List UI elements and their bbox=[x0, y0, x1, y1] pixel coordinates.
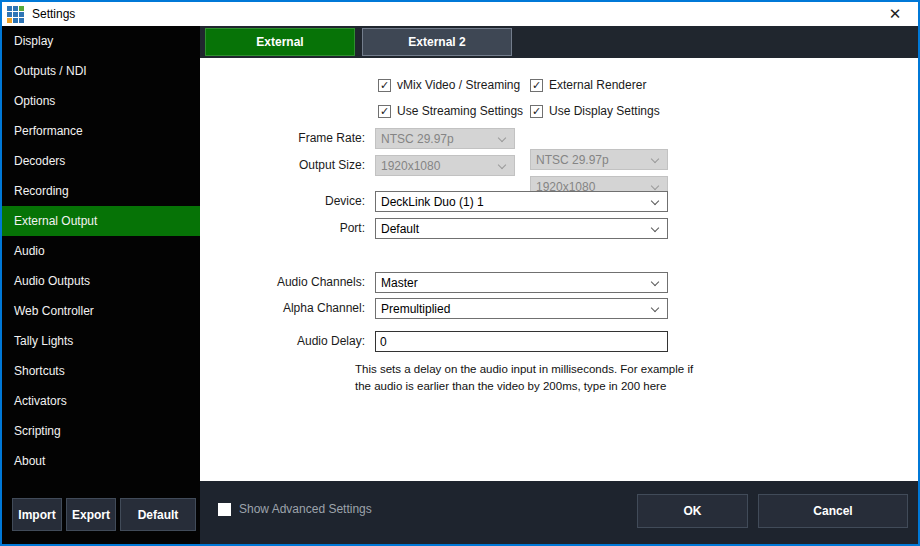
checkbox-label: External Renderer bbox=[549, 78, 646, 92]
vmix-logo-icon bbox=[7, 6, 24, 23]
show-advanced-settings-label: Show Advanced Settings bbox=[239, 502, 372, 516]
audio-channels-label: Audio Channels: bbox=[205, 275, 365, 289]
show-advanced-settings-checkbox[interactable]: Show Advanced Settings bbox=[218, 502, 372, 516]
sidebar-item-external-output[interactable]: External Output bbox=[2, 206, 200, 236]
checkbox-checked-icon[interactable]: ✓ bbox=[530, 105, 543, 118]
chevron-down-icon bbox=[498, 134, 506, 142]
sidebar-item-label: Recording bbox=[14, 184, 69, 198]
sidebar-item-label: External Output bbox=[14, 214, 97, 228]
external-output-panel: ✓ vMix Video / Streaming ✓ External Rend… bbox=[200, 58, 918, 481]
checkbox-checked-icon[interactable]: ✓ bbox=[378, 79, 391, 92]
sidebar-item-web-controller[interactable]: Web Controller bbox=[2, 296, 200, 326]
sidebar-item-label: Options bbox=[14, 94, 55, 108]
device-label: Device: bbox=[205, 194, 365, 208]
dropdown-value: DeckLink Duo (1) 1 bbox=[381, 195, 484, 209]
checkbox-checked-icon[interactable]: ✓ bbox=[378, 105, 391, 118]
tab-external-2[interactable]: External 2 bbox=[362, 28, 512, 56]
sidebar-item-options[interactable]: Options bbox=[2, 86, 200, 116]
sidebar-item-label: Scripting bbox=[14, 424, 61, 438]
dropdown-value: 1920x1080 bbox=[381, 159, 440, 173]
sidebar-item-recording[interactable]: Recording bbox=[2, 176, 200, 206]
checkbox-checked-icon[interactable]: ✓ bbox=[530, 79, 543, 92]
sidebar-item-label: Web Controller bbox=[14, 304, 94, 318]
chevron-down-icon bbox=[498, 161, 506, 169]
sidebar-item-label: Activators bbox=[14, 394, 67, 408]
checkbox-label: Use Display Settings bbox=[549, 104, 660, 118]
sidebar-item-scripting[interactable]: Scripting bbox=[2, 416, 200, 446]
sidebar-item-label: Shortcuts bbox=[14, 364, 65, 378]
sidebar-item-label: Display bbox=[14, 34, 53, 48]
chevron-down-icon bbox=[651, 197, 659, 205]
dropdown-value: Master bbox=[381, 276, 418, 290]
export-button[interactable]: Export bbox=[66, 498, 116, 531]
sidebar-item-audio[interactable]: Audio bbox=[2, 236, 200, 266]
import-button[interactable]: Import bbox=[12, 498, 62, 531]
output-size-dropdown-1[interactable]: 1920x1080 bbox=[375, 155, 515, 176]
sidebar-item-shortcuts[interactable]: Shortcuts bbox=[2, 356, 200, 386]
port-label: Port: bbox=[205, 221, 365, 235]
frame-rate-dropdown-1[interactable]: NTSC 29.97p bbox=[375, 128, 515, 149]
sidebar-item-label: Decoders bbox=[14, 154, 65, 168]
checkbox-label: vMix Video / Streaming bbox=[397, 78, 520, 92]
checkbox-label: Use Streaming Settings bbox=[397, 104, 523, 118]
frame-rate-label: Frame Rate: bbox=[205, 131, 365, 145]
default-button[interactable]: Default bbox=[120, 498, 196, 531]
sidebar-item-label: Audio Outputs bbox=[14, 274, 90, 288]
device-dropdown[interactable]: DeckLink Duo (1) 1 bbox=[375, 191, 668, 212]
sidebar-item-label: Performance bbox=[14, 124, 83, 138]
cancel-button[interactable]: Cancel bbox=[758, 494, 908, 528]
chevron-down-icon bbox=[651, 224, 659, 232]
audio-channels-dropdown[interactable]: Master bbox=[375, 272, 668, 293]
port-dropdown[interactable]: Default bbox=[375, 218, 668, 239]
sidebar-item-tally-lights[interactable]: Tally Lights bbox=[2, 326, 200, 356]
chevron-down-icon bbox=[651, 182, 659, 190]
dropdown-value: Premultiplied bbox=[381, 302, 450, 316]
output-size-label: Output Size: bbox=[205, 158, 365, 172]
tab-external[interactable]: External bbox=[205, 28, 355, 56]
sidebar-item-display[interactable]: Display bbox=[2, 26, 200, 56]
tab-strip: External External 2 bbox=[200, 26, 918, 58]
title-bar: Settings ✕ bbox=[2, 2, 918, 26]
chevron-down-icon bbox=[651, 304, 659, 312]
alpha-channel-dropdown[interactable]: Premultiplied bbox=[375, 298, 668, 319]
sidebar: Display Outputs / NDI Options Performanc… bbox=[2, 26, 200, 544]
sidebar-item-label: Audio bbox=[14, 244, 45, 258]
sidebar-item-performance[interactable]: Performance bbox=[2, 116, 200, 146]
footer-bar: Show Advanced Settings OK Cancel bbox=[200, 481, 918, 544]
sidebar-item-outputs-ndi[interactable]: Outputs / NDI bbox=[2, 56, 200, 86]
sidebar-item-activators[interactable]: Activators bbox=[2, 386, 200, 416]
audio-delay-input[interactable] bbox=[375, 331, 668, 352]
external-renderer-checkbox[interactable]: ✓ External Renderer bbox=[530, 78, 646, 92]
checkbox-unchecked-icon[interactable] bbox=[218, 503, 231, 516]
sidebar-item-label: Outputs / NDI bbox=[14, 64, 87, 78]
sidebar-item-decoders[interactable]: Decoders bbox=[2, 146, 200, 176]
sidebar-item-audio-outputs[interactable]: Audio Outputs bbox=[2, 266, 200, 296]
use-streaming-settings-checkbox[interactable]: ✓ Use Streaming Settings bbox=[378, 104, 523, 118]
audio-delay-label: Audio Delay: bbox=[205, 334, 365, 348]
sidebar-item-label: About bbox=[14, 454, 45, 468]
settings-window: Settings ✕ Display Outputs / NDI Options… bbox=[0, 0, 920, 546]
alpha-channel-label: Alpha Channel: bbox=[205, 301, 365, 315]
ok-button[interactable]: OK bbox=[637, 494, 748, 528]
window-title: Settings bbox=[32, 7, 75, 21]
dropdown-value: NTSC 29.97p bbox=[381, 132, 454, 146]
sidebar-footer: Import Export Default bbox=[12, 498, 196, 531]
vmix-video-streaming-checkbox[interactable]: ✓ vMix Video / Streaming bbox=[378, 78, 520, 92]
close-icon[interactable]: ✕ bbox=[880, 2, 910, 26]
sidebar-item-about[interactable]: About bbox=[2, 446, 200, 476]
audio-delay-help-text: This sets a delay on the audio input in … bbox=[355, 361, 700, 394]
sidebar-item-label: Tally Lights bbox=[14, 334, 73, 348]
use-display-settings-checkbox[interactable]: ✓ Use Display Settings bbox=[530, 104, 660, 118]
chevron-down-icon bbox=[651, 278, 659, 286]
dropdown-value: Default bbox=[381, 222, 419, 236]
